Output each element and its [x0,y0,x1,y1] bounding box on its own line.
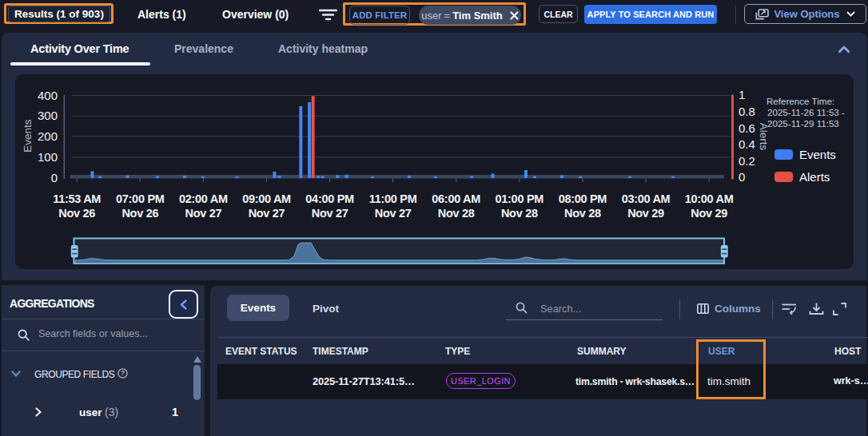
svg-text:08:00 PM: 08:00 PM [559,192,607,205]
svg-text:04:00 PM: 04:00 PM [305,192,354,205]
svg-text:11:53 AM: 11:53 AM [53,192,101,205]
svg-text:11:00 PM: 11:00 PM [369,192,417,205]
svg-text:1: 1 [739,88,745,101]
svg-text:Nov 27: Nov 27 [375,207,412,220]
svg-text:Nov 28: Nov 28 [501,207,538,220]
svg-text:Reference Time:: Reference Time: [766,96,834,106]
svg-text:03:00 AM: 03:00 AM [622,192,671,205]
svg-text:0.6: 0.6 [739,121,755,135]
svg-text:Nov 29: Nov 29 [691,207,727,220]
svg-text:Nov 29: Nov 29 [627,207,664,220]
svg-text:Nov 26: Nov 26 [121,207,158,220]
svg-text:?: ? [121,369,125,377]
svg-text:Events: Events [22,119,34,153]
svg-text:100: 100 [38,150,58,164]
svg-text:300: 300 [38,109,58,122]
svg-text:Events: Events [799,148,836,161]
svg-text:2025-11-26 11:53 -: 2025-11-26 11:53 - [767,107,845,117]
svg-text:02:00 AM: 02:00 AM [179,192,228,205]
svg-text:Nov 27: Nov 27 [249,207,285,220]
svg-text:07:00 PM: 07:00 PM [116,192,165,205]
svg-text:06:00 AM: 06:00 AM [432,192,480,205]
svg-text:400: 400 [38,89,58,102]
svg-text:01:00 PM: 01:00 PM [496,192,544,205]
svg-text:0.8: 0.8 [739,105,755,118]
svg-text:2025-11-29 11:53: 2025-11-29 11:53 [767,118,839,129]
svg-text:Nov 28: Nov 28 [564,207,601,220]
svg-text:09:00 AM: 09:00 AM [242,192,291,205]
svg-text:10:00 AM: 10:00 AM [685,192,734,205]
svg-text:Nov 27: Nov 27 [185,207,222,220]
svg-text:0: 0 [739,170,745,184]
svg-text:Nov 28: Nov 28 [438,207,475,220]
svg-text:Alerts: Alerts [799,170,830,184]
svg-text:0: 0 [51,171,58,184]
svg-text:0.4: 0.4 [739,137,755,151]
svg-text:Nov 26: Nov 26 [58,207,95,220]
svg-text:0.2: 0.2 [739,154,755,168]
svg-text:200: 200 [38,129,58,143]
svg-text:Nov 27: Nov 27 [312,207,348,220]
